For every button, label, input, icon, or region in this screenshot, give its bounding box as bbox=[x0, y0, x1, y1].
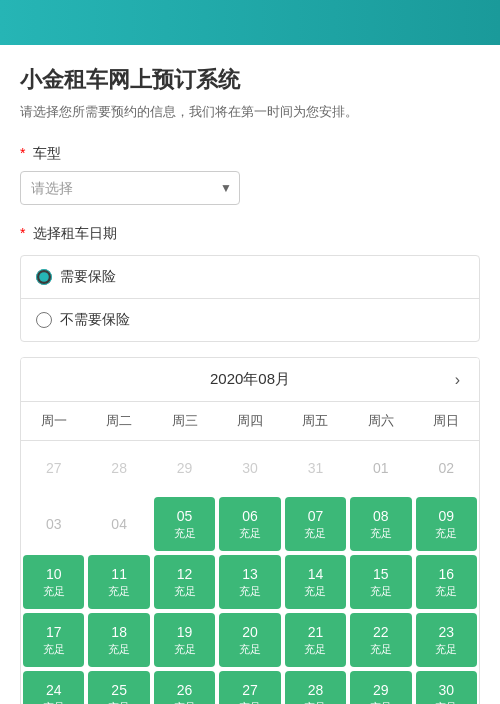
cell-day-number: 20 bbox=[242, 624, 258, 640]
cell-status-text: 充足 bbox=[304, 584, 326, 599]
insurance-label-yes: 需要保险 bbox=[60, 268, 116, 286]
calendar-next-button[interactable]: › bbox=[451, 367, 464, 393]
calendar-day-cell[interactable]: 20充足 bbox=[219, 613, 280, 667]
cell-status-text: 充足 bbox=[239, 526, 261, 541]
cell-day-number: 27 bbox=[242, 682, 258, 698]
cell-status-text: 充足 bbox=[239, 642, 261, 657]
car-type-label: * 车型 bbox=[20, 145, 480, 163]
date-section: * 选择租车日期 需要保险 不需要保险 2020年08月 › 周一周二周三周四周… bbox=[20, 225, 480, 704]
page-title: 小金租车网上预订系统 bbox=[20, 65, 480, 95]
calendar-day-cell[interactable]: 07充足 bbox=[285, 497, 346, 551]
cell-day-number: 06 bbox=[242, 508, 258, 524]
calendar-header: 2020年08月 › bbox=[21, 358, 479, 401]
cell-day-number: 21 bbox=[308, 624, 324, 640]
cell-status-text: 充足 bbox=[304, 642, 326, 657]
car-type-select[interactable]: 请选择 bbox=[20, 171, 240, 205]
page-subtitle: 请选择您所需要预约的信息，我们将在第一时间为您安排。 bbox=[20, 103, 480, 121]
cell-day-number: 01 bbox=[373, 460, 389, 476]
calendar-day-cell[interactable]: 28充足 bbox=[285, 671, 346, 704]
cell-status-text: 充足 bbox=[370, 642, 392, 657]
insurance-label-no: 不需要保险 bbox=[60, 311, 130, 329]
cell-day-number: 29 bbox=[177, 460, 193, 476]
cell-status-text: 充足 bbox=[174, 642, 196, 657]
cell-day-number: 23 bbox=[438, 624, 454, 640]
calendar-day-cell[interactable]: 25充足 bbox=[88, 671, 149, 704]
weekday-cell: 周日 bbox=[414, 402, 479, 440]
cell-status-text: 充足 bbox=[43, 700, 65, 705]
calendar-day-cell[interactable]: 11充足 bbox=[88, 555, 149, 609]
date-required-star: * bbox=[20, 225, 25, 241]
weekday-cell: 周五 bbox=[283, 402, 348, 440]
insurance-box: 需要保险 不需要保险 bbox=[20, 255, 480, 342]
calendar-day-cell[interactable]: 19充足 bbox=[154, 613, 215, 667]
calendar-day-cell[interactable]: 10充足 bbox=[23, 555, 84, 609]
calendar-day-cell[interactable]: 29充足 bbox=[350, 671, 411, 704]
cell-day-number: 18 bbox=[111, 624, 127, 640]
calendar-weekdays: 周一周二周三周四周五周六周日 bbox=[21, 401, 479, 441]
insurance-option-yes[interactable]: 需要保险 bbox=[21, 256, 479, 299]
weekday-cell: 周一 bbox=[21, 402, 86, 440]
calendar-month-title: 2020年08月 bbox=[210, 370, 290, 389]
cell-status-text: 充足 bbox=[435, 584, 457, 599]
cell-status-text: 充足 bbox=[174, 584, 196, 599]
cell-day-number: 10 bbox=[46, 566, 62, 582]
cell-day-number: 25 bbox=[111, 682, 127, 698]
cell-status-text: 充足 bbox=[304, 526, 326, 541]
calendar-day-cell: 03 bbox=[21, 495, 86, 553]
calendar-day-cell[interactable]: 16充足 bbox=[416, 555, 477, 609]
cell-day-number: 14 bbox=[308, 566, 324, 582]
calendar-day-cell[interactable]: 26充足 bbox=[154, 671, 215, 704]
cell-day-number: 24 bbox=[46, 682, 62, 698]
required-star: * bbox=[20, 145, 25, 161]
weekday-cell: 周三 bbox=[152, 402, 217, 440]
calendar-day-cell[interactable]: 18充足 bbox=[88, 613, 149, 667]
insurance-radio-no[interactable] bbox=[36, 312, 52, 328]
calendar-day-cell[interactable]: 14充足 bbox=[285, 555, 346, 609]
cell-status-text: 充足 bbox=[304, 700, 326, 705]
cell-day-number: 26 bbox=[177, 682, 193, 698]
calendar-day-cell[interactable]: 13充足 bbox=[219, 555, 280, 609]
calendar-day-cell[interactable]: 15充足 bbox=[350, 555, 411, 609]
insurance-radio-yes[interactable] bbox=[36, 269, 52, 285]
cell-day-number: 15 bbox=[373, 566, 389, 582]
calendar-day-cell: 31 bbox=[283, 441, 348, 495]
calendar-day-cell: 30 bbox=[217, 441, 282, 495]
cell-day-number: 22 bbox=[373, 624, 389, 640]
weekday-cell: 周六 bbox=[348, 402, 413, 440]
calendar-day-cell: 02 bbox=[414, 441, 479, 495]
calendar-day-cell[interactable]: 08充足 bbox=[350, 497, 411, 551]
calendar-day-cell[interactable]: 05充足 bbox=[154, 497, 215, 551]
calendar-day-cell[interactable]: 21充足 bbox=[285, 613, 346, 667]
calendar-grid: 27282930310102030405充足06充足07充足08充足09充足10… bbox=[21, 441, 479, 704]
header-bar bbox=[0, 0, 500, 45]
cell-day-number: 28 bbox=[308, 682, 324, 698]
cell-day-number: 31 bbox=[308, 460, 324, 476]
cell-status-text: 充足 bbox=[43, 584, 65, 599]
cell-status-text: 充足 bbox=[108, 584, 130, 599]
weekday-cell: 周四 bbox=[217, 402, 282, 440]
car-type-select-wrapper: 请选择 ▼ bbox=[20, 171, 240, 205]
calendar-day-cell[interactable]: 17充足 bbox=[23, 613, 84, 667]
calendar-day-cell[interactable]: 27充足 bbox=[219, 671, 280, 704]
cell-status-text: 充足 bbox=[108, 642, 130, 657]
insurance-option-no[interactable]: 不需要保险 bbox=[21, 299, 479, 341]
calendar-day-cell[interactable]: 24充足 bbox=[23, 671, 84, 704]
calendar-day-cell[interactable]: 22充足 bbox=[350, 613, 411, 667]
cell-day-number: 04 bbox=[111, 516, 127, 532]
calendar-day-cell[interactable]: 06充足 bbox=[219, 497, 280, 551]
cell-day-number: 16 bbox=[438, 566, 454, 582]
cell-status-text: 充足 bbox=[370, 584, 392, 599]
cell-day-number: 09 bbox=[438, 508, 454, 524]
calendar-day-cell[interactable]: 30充足 bbox=[416, 671, 477, 704]
cell-status-text: 充足 bbox=[370, 526, 392, 541]
cell-status-text: 充足 bbox=[43, 642, 65, 657]
cell-status-text: 充足 bbox=[174, 526, 196, 541]
cell-day-number: 28 bbox=[111, 460, 127, 476]
calendar-day-cell[interactable]: 23充足 bbox=[416, 613, 477, 667]
cell-day-number: 13 bbox=[242, 566, 258, 582]
cell-day-number: 07 bbox=[308, 508, 324, 524]
cell-status-text: 充足 bbox=[239, 584, 261, 599]
cell-day-number: 02 bbox=[438, 460, 454, 476]
calendar-day-cell[interactable]: 12充足 bbox=[154, 555, 215, 609]
calendar-day-cell[interactable]: 09充足 bbox=[416, 497, 477, 551]
